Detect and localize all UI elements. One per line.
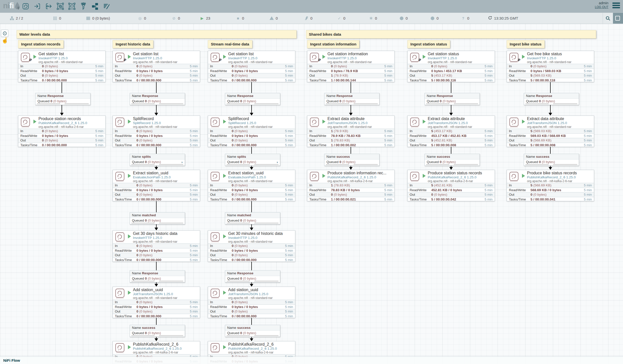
connection-label[interactable]: Name Response Queued 0 (0 bytes) <box>424 93 480 105</box>
stat-row-tasks-time: Tasks/Time 1 / 00:00:00.021 5 min <box>307 197 394 202</box>
queue-size-bar <box>254 281 278 282</box>
processor[interactable]: Add station_uuid JoltTransformJSON 1.25.… <box>113 287 200 318</box>
processor[interactable]: P Get station information InvokeHTTP 1.2… <box>307 51 395 82</box>
section-label[interactable]: Ingest station status <box>407 40 450 48</box>
processor[interactable]: Get 30 minutes of historic data InvokeHT… <box>208 230 295 262</box>
section-label[interactable]: Ingest bike status <box>507 40 545 48</box>
connection-label[interactable]: Name success Queued 0 (0 bytes) <box>130 325 185 337</box>
queue-size-bar <box>65 103 89 104</box>
connection-label[interactable]: Name Response Queued 0 (0 bytes) <box>524 93 579 105</box>
stat-row-out: Out 0 (0 bytes) 5 min <box>113 253 200 257</box>
connection-label[interactable]: Name matched Queued 0 (0 bytes) <box>225 212 280 224</box>
processor[interactable]: Get 30 days historic data InvokeHTTP 1.2… <box>113 230 200 262</box>
running-status-icon <box>522 174 525 178</box>
connection-name-row: Name Response <box>324 93 379 99</box>
connection-name-row: Name Response <box>425 93 480 99</box>
processor-icon[interactable] <box>22 2 30 10</box>
group-label[interactable]: Water levels data <box>17 30 297 38</box>
corner-square-button[interactable] <box>613 13 623 24</box>
processor[interactable]: P Get free bike status InvokeHTTP 1.25.0… <box>507 51 594 82</box>
connection-label[interactable]: Name matched Queued 0 (0 bytes) <box>130 212 185 224</box>
search-button[interactable] <box>603 13 613 24</box>
connection-label[interactable]: Name Response Queued 0 (0 bytes) <box>35 93 90 105</box>
connection-label[interactable]: Name Response Queued 0 (0 bytes) <box>225 270 280 282</box>
section-label[interactable]: Ingest historic data <box>113 40 153 48</box>
template-icon[interactable] <box>91 2 99 10</box>
process-group-icon[interactable] <box>56 2 64 10</box>
connection-label[interactable]: Name success Queued 0 (0 bytes) <box>324 154 379 166</box>
output-port-icon[interactable] <box>45 2 53 10</box>
processor-type-icon <box>509 52 519 64</box>
connection-label[interactable]: Name success Queued 0 (0 bytes) <box>524 154 579 166</box>
processor[interactable]: Extract data attribute JoltTransformJSON… <box>407 116 495 147</box>
processor-bundle: org.apache.nifi - nifi-standard-nar <box>428 125 494 129</box>
running-status-icon <box>322 120 325 124</box>
stat-row-out: Out 0 (0 bytes) 5 min <box>113 192 200 197</box>
connection-queued-row: Queued 0 (0 bytes) <box>324 160 379 166</box>
processor[interactable]: Produce station status records PublishKa… <box>407 170 495 201</box>
processor[interactable]: Extract station_uuid EvaluateJsonPath 1.… <box>113 170 200 201</box>
connection-name-row: Name success <box>324 154 379 160</box>
invalid-icon <box>269 16 274 20</box>
stat-row-read-write: Read/Write 0 bytes / 78.9 KB 5 min <box>307 69 394 73</box>
processor[interactable]: Extract station_uuid EvaluateJsonPath 1.… <box>208 170 295 201</box>
processor[interactable]: P Get station status InvokeHTTP 1.25.0 o… <box>407 51 495 82</box>
logo-text-ni: ni <box>3 1 10 10</box>
funnel-icon[interactable] <box>79 2 87 10</box>
flow-canvas[interactable]: Water levels dataShared bikes dataIngest… <box>0 24 623 364</box>
processor[interactable]: Extract data attribute JoltTransformJSON… <box>307 116 395 147</box>
processor[interactable]: SplitRecord SplitRecord 1.25.0 org.apach… <box>208 116 295 147</box>
log-out-link[interactable]: LOG OUT <box>595 5 608 9</box>
queue-size-bar <box>159 103 183 104</box>
connection-label[interactable]: Name splits Queued 0 (0 bytes) ◑ <box>225 154 280 166</box>
stat-row-in: In 5 (452.81 KB) 5 min <box>408 183 495 188</box>
processor[interactable]: P Get station list InvokeHTTP 1.25.0 org… <box>208 51 295 82</box>
connection-queued-row: Queued 0 (0 bytes) <box>35 99 90 105</box>
label-icon[interactable] <box>103 2 111 10</box>
processor[interactable]: SplitRecord SplitRecord 1.25.0 org.apach… <box>113 116 200 147</box>
running-status-icon <box>128 174 131 178</box>
breadcrumb-root[interactable]: NiFi Flow <box>3 358 20 362</box>
processor[interactable]: Extract data attribute JoltTransformJSON… <box>507 116 594 147</box>
processor[interactable]: Produce bike status records PublishKafka… <box>507 170 594 201</box>
queue-size-bar <box>553 164 577 165</box>
connection-label[interactable]: Name splits Queued 0 (0 bytes) ◑ <box>130 154 185 166</box>
connection-label[interactable]: Name Response Queued 0 (0 bytes) <box>130 270 185 282</box>
processor[interactable]: Produce station information rec... Publi… <box>307 170 395 201</box>
connection-name-row: Name matched <box>130 213 185 218</box>
processor-bundle: org.apache.nifi - nifi-kafka-2-6-nar <box>428 179 494 183</box>
section-label[interactable]: Ingest station information <box>307 40 359 48</box>
stat-row-out: Out 0 (0 bytes) 5 min <box>208 309 295 314</box>
connection-label[interactable]: Name success Queued 0 (0 bytes) <box>424 154 480 166</box>
connection-label[interactable]: Name Response Queued 0 (0 bytes) <box>225 93 280 105</box>
connection-label[interactable]: Name Response Queued 0 (0 bytes) <box>130 93 185 105</box>
connection-label[interactable]: Name success Queued 0 (0 bytes) <box>225 325 280 337</box>
processor[interactable]: P Get station list InvokeHTTP 1.25.0 org… <box>18 51 106 82</box>
input-port-icon[interactable] <box>33 2 41 10</box>
processor-bundle: org.apache.nifi - nifi-kafka-2-6-nar <box>228 351 294 354</box>
connection-label[interactable]: Name Response Queued 0 (0 bytes) <box>324 93 379 105</box>
stat-row-read-write: Read/Write 0 bytes / 0 bytes 5 min <box>18 133 105 138</box>
processor[interactable]: Produce station records PublishKafkaReco… <box>18 116 106 147</box>
stat-row-out: Out 0 (0 bytes) 5 min <box>113 73 200 78</box>
group-label[interactable]: Shared bikes data <box>306 30 596 38</box>
remote-process-group-icon[interactable] <box>68 2 76 10</box>
primary-node-badge: P <box>124 58 126 62</box>
hand-cursor-icon[interactable]: ☝ <box>2 37 8 44</box>
connection-arrowhead <box>349 167 353 170</box>
section-label[interactable]: Ingest station records <box>18 40 64 48</box>
navigate-palette-button[interactable] <box>1 30 8 37</box>
section-label[interactable]: Stream real-time data <box>208 40 252 48</box>
processor-type: InvokeHTTP 1.25.0 <box>327 56 393 60</box>
stat-row-read-write: Read/Write 0 bytes / 569.03 KB 5 min <box>507 69 594 73</box>
processor-type-icon <box>509 117 519 129</box>
global-menu-icon[interactable] <box>612 3 620 9</box>
connection-arrowhead <box>250 228 253 230</box>
processor-bundle: org.apache.nifi - nifi-standard-nar <box>428 60 494 64</box>
processor[interactable]: P Get station list InvokeHTTP 1.25.0 org… <box>113 51 200 82</box>
processor-name: Add station_uuid <box>228 288 294 292</box>
processor-bundle: org.apache.nifi - nifi-standard-nar <box>228 240 294 243</box>
primary-node-badge: P <box>29 58 32 62</box>
processor-type-icon <box>115 117 125 129</box>
processor[interactable]: Add station_uuid JoltTransformJSON 1.25.… <box>208 287 295 318</box>
